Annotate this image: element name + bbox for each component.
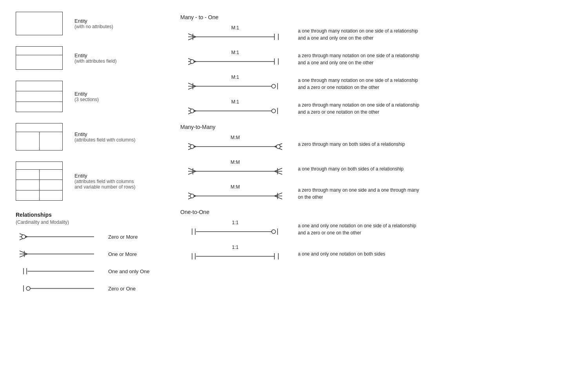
entity-attr-sublabel: (with attributes field): [74, 58, 116, 64]
m1-row4-desc: a zero through many notation on one side…: [298, 102, 423, 116]
m1-row3-ratio: M:1: [180, 74, 290, 80]
mm-row1-ratio: M:M: [180, 135, 290, 140]
mm-row2-connector: M:M: [180, 160, 290, 178]
grid-col-1: [16, 170, 40, 200]
rel-zero-or-one-label: Zero or One: [108, 286, 136, 292]
entity-simple-row: Entity (with no attributes): [16, 12, 165, 35]
mm-row2-svg: [180, 166, 290, 177]
entity-cols-row: Entity (attributes field with columns): [16, 123, 165, 151]
rel-zero-or-more-label: Zero or More: [108, 234, 138, 240]
right-column: Many - to - One M:1: [165, 12, 572, 300]
mm-row3-svg: [180, 190, 290, 201]
relationships-section: Relationships (Cardinality and Modality): [16, 212, 165, 294]
m1-row-1: M:1 a one through many notation on one s…: [180, 25, 572, 44]
svg-point-15: [26, 287, 30, 290]
mm-row1-desc: a zero through many on both sides of a r…: [298, 141, 405, 148]
m1-row1-desc: a one through many notation on one side …: [298, 27, 423, 42]
box-simple: [16, 12, 63, 35]
box-cols-area: [16, 132, 62, 150]
entity-colrows-shape: [16, 161, 67, 201]
m1-row2-connector: M:1: [180, 50, 290, 68]
mm-row-1: M:M a zero through: [180, 135, 572, 153]
mm-row-3: M:M a zero through: [180, 184, 572, 203]
grid-cell-2-2: [40, 180, 63, 190]
mm-row1-svg: [180, 141, 290, 152]
entity-3sec-name: Entity: [74, 91, 99, 97]
rel-zero-or-more: Zero or More: [16, 231, 165, 242]
one-and-only-one-svg: [16, 266, 102, 277]
svg-line-67: [274, 193, 282, 196]
svg-point-43: [272, 109, 276, 113]
m1-row4-svg: [180, 105, 290, 116]
11-row-2: 1:1 a one and only one notation on both …: [180, 245, 572, 263]
svg-line-60: [274, 171, 282, 174]
svg-point-4: [22, 235, 25, 239]
m1-row1-connector: M:1: [180, 25, 290, 44]
entity-cols-name: Entity: [74, 131, 135, 137]
m1-row3-svg: [180, 81, 290, 92]
relationships-title: Relationships: [16, 212, 165, 218]
entity-simple-label: Entity (with no attributes): [74, 18, 113, 29]
many-to-many-section: Many-to-Many M:M: [180, 124, 572, 203]
svg-point-36: [272, 84, 276, 88]
box-attr-bottom: [16, 55, 62, 69]
m1-row3-connector: M:1: [180, 74, 290, 93]
svg-line-19: [188, 37, 196, 40]
entity-3sec-row: Entity (3 sections): [16, 81, 165, 112]
one-to-one-title: One-to-One: [180, 209, 572, 215]
box-cols: [16, 123, 63, 151]
11-row-1: 1:1 a one and only one notation on one s…: [180, 220, 572, 238]
many-to-one-title: Many - to - One: [180, 14, 572, 20]
box-attr: [16, 46, 63, 70]
rel-zero-or-one: Zero or One: [16, 283, 165, 294]
rel-one-and-only-one: One and only One: [16, 266, 165, 277]
zero-or-more-svg: [16, 231, 102, 242]
rel-zero-or-one-line: [16, 283, 102, 294]
entity-cols-sublabel: (attributes field with columns): [74, 137, 135, 143]
box-colrows-grid: [16, 170, 62, 200]
zero-or-one-svg: [16, 283, 102, 294]
svg-line-33: [188, 86, 196, 89]
entity-attr-shape: [16, 46, 67, 70]
rel-zero-or-more-line: [16, 231, 102, 242]
box-3sec: [16, 81, 63, 112]
entity-colrows-name: Entity: [74, 173, 137, 179]
svg-line-6: [20, 251, 27, 254]
left-column: Entity (with no attributes) Entity (with…: [16, 12, 165, 300]
11-row2-ratio: 1:1: [180, 245, 290, 250]
11-row2-connector: 1:1: [180, 245, 290, 263]
box-colrows-top: [16, 162, 62, 170]
mm-row1-connector: M:M: [180, 135, 290, 153]
box-3sec-2: [16, 91, 62, 102]
grid-cell-1-2: [16, 180, 39, 190]
svg-point-27: [190, 60, 194, 63]
entity-colrows-row: Entity (attributes field with columns an…: [16, 161, 165, 201]
grid-col-2: [40, 170, 63, 200]
entity-simple-shape: [16, 12, 67, 35]
grid-cell-1-3: [16, 190, 39, 200]
mm-row3-desc: a zero through many on one side and a on…: [298, 187, 423, 201]
11-row2-desc: a one and only one notation on both side…: [298, 250, 385, 258]
svg-line-54: [188, 168, 196, 171]
svg-line-56: [188, 171, 196, 174]
svg-point-41: [190, 109, 194, 113]
m1-row-2: M:1 a zero through many notation on one …: [180, 50, 572, 68]
m1-row4-ratio: M:1: [180, 99, 290, 105]
entity-3sec-sublabel: (3 sections): [74, 97, 99, 102]
box-3sec-3: [16, 102, 62, 112]
m1-row-4: M:1 a zero through many notation on one …: [180, 99, 572, 118]
svg-line-17: [188, 34, 196, 37]
rel-one-or-more-line: [16, 248, 102, 259]
m1-row3-desc: a one through many notation on one side …: [298, 77, 423, 91]
many-to-many-title: Many-to-Many: [180, 124, 572, 130]
main-layout: Entity (with no attributes) Entity (with…: [16, 12, 572, 300]
m1-row2-svg: [180, 56, 290, 67]
box-colrows: [16, 161, 63, 201]
entity-3sec-shape: [16, 81, 67, 112]
11-row1-ratio: 1:1: [180, 220, 290, 225]
svg-point-48: [190, 145, 194, 149]
mm-row3-connector: M:M: [180, 184, 290, 203]
entity-colrows-sublabel: (attributes field with columns and varia…: [74, 179, 137, 190]
rel-one-or-more: One or More: [16, 248, 165, 259]
11-row1-connector: 1:1: [180, 220, 290, 238]
